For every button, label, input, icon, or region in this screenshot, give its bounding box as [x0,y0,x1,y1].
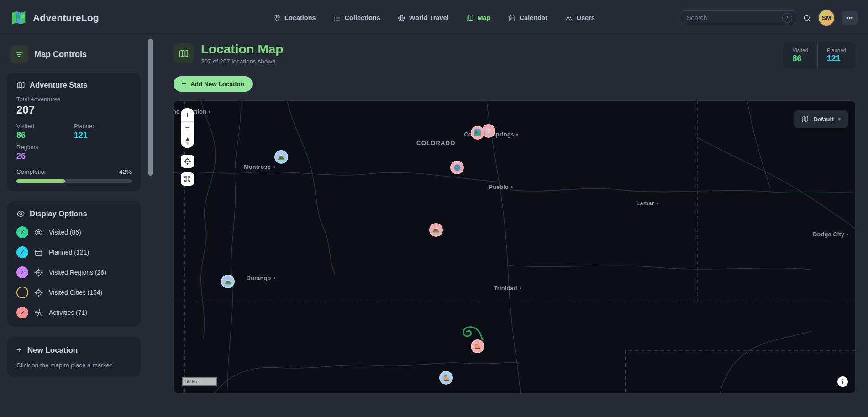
map-icon [466,14,474,22]
page-subtitle: 207 of 207 locations shown [201,58,283,65]
map-city-label: Dodge City [813,231,848,238]
display-option-row[interactable]: ✓Planned (121) [16,246,132,258]
chevron-down-icon: ▾ [838,116,841,122]
sidebar-title: Map Controls [34,50,87,59]
nav-menu: Locations Collections World Travel Map C… [273,14,595,22]
nav-item-calendar[interactable]: Calendar [508,14,548,22]
target-icon [34,288,43,297]
globe-icon [398,14,405,22]
location-map[interactable]: Grand JunctionCOLORADOColorado SpringsMo… [174,101,855,393]
checkbox-checked[interactable]: ✓ [16,226,28,238]
fullscreen-icon [184,175,191,183]
attribution-info-button[interactable]: i [837,376,848,387]
zoom-in-button[interactable]: + [181,108,194,121]
mountain-icon [277,153,285,161]
nav-right: / SM ••• [681,9,858,26]
map-icon [16,81,25,89]
stats-title: Adventure Stats [30,81,88,89]
boot-icon [473,342,481,350]
mountain-icon [224,278,232,286]
visited-value: 86 [16,130,74,140]
locate-button[interactable] [181,155,194,168]
nav-label: Calendar [520,14,548,21]
display-option-label: Planned (121) [49,249,89,256]
nav-item-locations[interactable]: Locations [273,14,316,22]
map-scale-bar: 50 km [182,377,217,386]
filter-icon-box [10,45,28,63]
display-option-label: Visited Cities (154) [49,289,102,296]
scrollbar-thumb[interactable] [148,39,153,176]
calendar-icon [34,248,43,257]
top-navbar: AdventureLog Locations Collections World… [0,0,868,36]
map-marker-boot-planned[interactable] [471,339,484,353]
total-adventures-label: Total Adventures [16,96,132,103]
nav-label: Locations [284,14,316,21]
map-city-label: Trinidad [494,285,521,292]
nav-item-users[interactable]: Users [565,14,595,22]
search-shortcut-badge: / [782,13,792,23]
checkbox-checked[interactable]: ✓ [16,246,28,258]
map-marker-mountain-visited[interactable] [274,150,288,164]
display-option-row[interactable]: ✓Activities (71) [16,307,132,318]
eye-icon [34,228,43,237]
nav-label: Collections [345,14,380,21]
search-box: / [681,10,796,25]
visited-planned-counts: Visited 86 Planned 121 [783,42,855,69]
nav-item-collections[interactable]: Collections [333,14,380,22]
search-input[interactable] [687,14,782,21]
checkbox-unchecked[interactable] [16,287,28,298]
map-state-label: COLORADO [416,140,455,146]
checkbox-checked[interactable]: ✓ [16,307,28,318]
boot-icon [442,374,450,382]
planned-value: 121 [74,130,132,140]
display-option-label: Visited (86) [49,229,81,236]
plus-icon: + [182,79,186,89]
completion-percent: 42% [119,168,132,175]
runner-icon [34,308,43,317]
main-content: Location Map 207 of 207 locations shown … [154,36,868,417]
new-location-hint: Click on the map to place a marker. [16,362,132,369]
zoom-out-button[interactable]: − [181,121,194,135]
pin-icon [273,14,281,22]
search-icon [803,14,811,22]
compass-button[interactable] [181,135,194,148]
brand[interactable]: AdventureLog [10,9,99,26]
page-title-icon-box [174,43,194,63]
map-marker-globe-planned[interactable] [450,161,464,174]
brand-name: AdventureLog [33,12,99,23]
map-city-label: Lamar [637,200,658,207]
add-new-location-button[interactable]: + Add New Location [174,76,253,92]
list-icon [333,14,341,22]
page-scrollbar[interactable] [147,36,154,417]
basemap-style-button[interactable]: Default ▾ [794,110,848,128]
nav-item-map[interactable]: Map [466,14,491,22]
display-option-label: Visited Regions (26) [49,269,106,276]
nav-label: World Travel [409,14,449,21]
display-option-row[interactable]: ✓Visited (86) [16,226,132,238]
fullscreen-button[interactable] [181,172,194,186]
map-city-label: Pueblo [489,184,512,190]
checkbox-checked[interactable]: ✓ [16,266,28,278]
counts-planned-value: 121 [827,54,846,63]
map-marker-mountain-visited[interactable] [221,275,235,288]
eye-icon [16,209,25,218]
avatar[interactable]: SM [818,9,835,26]
sidebar-map-controls: Map Controls Adventure Stats Total Adven… [0,36,147,417]
map-marker-park-planned[interactable] [471,126,484,140]
counts-visited-label: Visited [792,47,808,53]
nav-label: Map [478,14,491,21]
completion-progress-fill [16,179,65,183]
nav-item-world-travel[interactable]: World Travel [398,14,449,22]
regions-value: 26 [16,151,132,161]
map-marker-mountain-planned[interactable] [429,223,443,237]
completion-label: Completion [16,168,47,175]
search-button[interactable] [803,14,811,22]
display-option-row[interactable]: Visited Cities (154) [16,287,132,298]
target-icon [34,268,43,277]
more-menu-button[interactable]: ••• [842,11,858,25]
park-icon [473,129,481,136]
display-options-title: Display Options [30,209,87,218]
map-marker-boot-visited[interactable] [439,371,453,385]
display-option-row[interactable]: ✓Visited Regions (26) [16,266,132,278]
calendar-icon [508,14,516,22]
